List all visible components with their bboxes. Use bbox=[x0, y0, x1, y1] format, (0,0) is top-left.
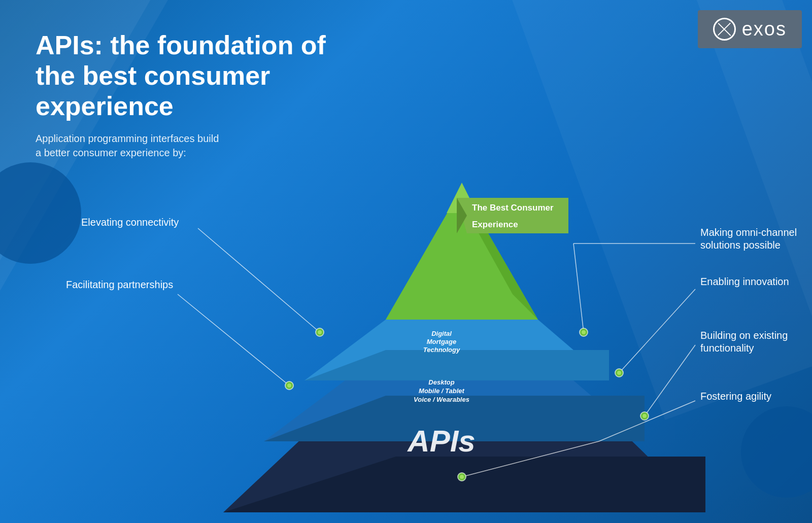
apis-label: APIs bbox=[407, 424, 475, 458]
connector-fostering bbox=[462, 441, 599, 477]
dot-elevating bbox=[316, 328, 324, 336]
pyramid-base-layer bbox=[223, 350, 705, 512]
banner-shape bbox=[457, 198, 568, 233]
dot-fostering-inner bbox=[460, 475, 464, 479]
pyramid-layer2-shadow bbox=[264, 396, 645, 441]
label-building-1: Building on existing bbox=[700, 330, 788, 341]
main-title: APIs: the foundation of the best consume… bbox=[36, 30, 340, 121]
connector-omni bbox=[573, 243, 584, 332]
layer2-label1: Desktop bbox=[428, 378, 454, 386]
connector-facilitating bbox=[178, 294, 289, 386]
dot-innovation bbox=[615, 369, 623, 377]
pyramid-top-highlight bbox=[447, 183, 477, 213]
label-omni-1: Making omni-channel bbox=[700, 227, 797, 238]
dot-fostering bbox=[458, 473, 466, 481]
label-building-2: functionality bbox=[700, 342, 754, 354]
pyramid-base-shadow bbox=[223, 457, 705, 512]
dot-building-inner bbox=[642, 414, 647, 418]
x-circle-icon bbox=[713, 18, 736, 41]
dot-building bbox=[640, 412, 649, 420]
pyramid-layer3 bbox=[304, 320, 609, 380]
dot-facilitating bbox=[285, 381, 293, 390]
logo-container: exos bbox=[698, 10, 802, 48]
connector-fostering2 bbox=[599, 401, 695, 441]
dot-omni bbox=[580, 328, 588, 336]
layer2-label3: Voice / Wearables bbox=[414, 396, 469, 403]
label-fostering: Fostering agility bbox=[700, 391, 771, 402]
layer2-label2: Mobile / Tablet bbox=[419, 387, 464, 395]
dot-innovation-inner bbox=[617, 371, 621, 375]
connector-building bbox=[645, 345, 695, 416]
layer3-label3: Technology bbox=[423, 346, 460, 354]
title-area: APIs: the foundation of the best consume… bbox=[36, 30, 340, 160]
layer3-label2: Mortgage bbox=[427, 338, 457, 345]
banner-text-line1: The Best Consumer bbox=[472, 203, 554, 213]
connector-elevating bbox=[198, 228, 320, 332]
pyramid-top-shadow bbox=[462, 188, 538, 320]
label-facilitating: Facilitating partnerships bbox=[66, 279, 173, 290]
label-innovation: Enabling innovation bbox=[700, 276, 789, 287]
subtitle: Application programming interfaces build… bbox=[36, 131, 340, 160]
decorative-circle-left bbox=[0, 162, 81, 264]
decorative-circle-right bbox=[741, 406, 812, 498]
dot-elevating-inner bbox=[318, 330, 322, 334]
dot-omni-inner bbox=[582, 330, 586, 334]
label-elevating: Elevating connectivity bbox=[81, 217, 179, 228]
dot-facilitating-inner bbox=[287, 383, 291, 388]
banner-text-line2: Experience bbox=[472, 220, 518, 229]
connector-innovation bbox=[619, 289, 695, 373]
pyramid-layer2 bbox=[264, 350, 645, 441]
logo-text: exos bbox=[742, 18, 787, 40]
banner-tail bbox=[457, 198, 467, 233]
label-omni-2: solutions possible bbox=[700, 239, 781, 251]
pyramid-top bbox=[386, 188, 538, 320]
pyramid-layer3-shadow bbox=[304, 350, 609, 380]
layer3-label1: Digital bbox=[431, 330, 452, 337]
